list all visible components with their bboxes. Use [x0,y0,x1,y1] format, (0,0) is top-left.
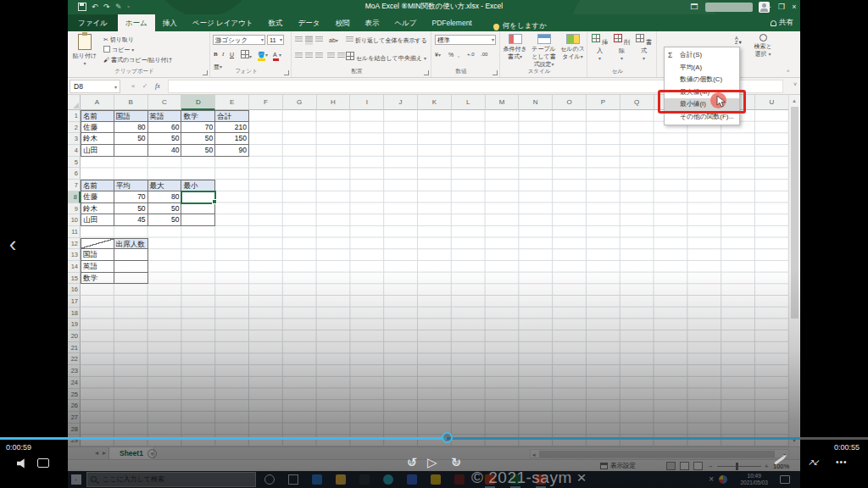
paste-button[interactable]: 貼り付け▾ [70,34,99,66]
align-bottom-icon[interactable] [315,36,323,45]
row-header-4[interactable]: 4 [68,145,81,157]
cell-B15[interactable] [114,273,148,285]
screen-recorder-icon[interactable] [536,474,546,485]
skip-back-button[interactable]: ↺10 [403,455,420,470]
column-header-E[interactable]: E [215,95,249,110]
sort-filter-icon[interactable]: AZ▼ [735,36,743,46]
orientation-button[interactable]: ab▾ [329,36,338,45]
format-as-table-button[interactable]: テーブルとして書式設定▾ [529,34,559,68]
column-header-U[interactable]: U [755,95,789,110]
comma-format-button[interactable]: , [458,50,459,59]
share-button[interactable]: 共有 [771,18,793,28]
cell-A1[interactable]: 名前 [81,110,114,122]
cell-A10[interactable]: 山田 [81,214,114,226]
cell-A12[interactable] [81,238,114,250]
column-header-F[interactable]: F [249,95,283,110]
store-icon[interactable] [359,474,370,485]
cell-B2[interactable]: 80 [114,122,148,134]
row-header-11[interactable]: 11 [68,226,81,238]
zoom-slider[interactable] [717,466,761,467]
previous-video-button[interactable]: ‹ [2,230,24,258]
row-header-26[interactable]: 26 [68,400,81,412]
column-header-L[interactable]: L [452,95,486,110]
normal-view-icon[interactable] [666,462,676,470]
worksheet[interactable]: ABCDEFGHIJKLMNOPQRSTU 123456789101112131… [68,95,800,446]
column-header-J[interactable]: J [384,95,418,110]
column-header-B[interactable]: B [114,95,148,110]
row-header-14[interactable]: 14 [68,261,81,273]
volume-icon[interactable] [17,458,29,469]
font-dialog-launcher-icon[interactable] [284,70,289,75]
tab-データ[interactable]: データ [290,14,327,31]
column-header-O[interactable]: O [553,95,587,110]
column-header-N[interactable]: N [519,95,553,110]
row-header-13[interactable]: 13 [68,249,81,261]
cell-styles-button[interactable]: セルのスタイル▾ [559,34,587,61]
page-layout-view-icon[interactable] [680,462,689,470]
app-yellow-icon[interactable] [431,474,441,485]
restore-button[interactable]: ❐ [776,0,787,14]
collapse-ribbon-icon[interactable]: ˄ [787,67,790,76]
photos-icon[interactable] [312,474,322,485]
conditional-formatting-button[interactable]: 条件付き書式▾ [501,34,529,61]
insert-function-icon[interactable]: fx [152,80,164,93]
name-box[interactable]: D8▾ [70,80,120,93]
close-button[interactable]: × [788,0,800,14]
cell-C10[interactable]: 50 [148,214,182,226]
cell-C3[interactable]: 50 [148,133,182,145]
progress-handle[interactable] [442,432,453,443]
align-right-icon[interactable] [315,52,323,61]
cell-E3[interactable]: 150 [215,133,249,145]
zoom-out-icon[interactable]: − [709,463,712,470]
ribbon-display-options-icon[interactable]: 🗖 [688,0,700,14]
row-header-3[interactable]: 3 [68,133,81,145]
row-header-24[interactable]: 24 [68,377,81,389]
row-header-6[interactable]: 6 [68,168,81,180]
page-break-view-icon[interactable] [693,462,703,470]
cell-D3[interactable]: 50 [181,133,215,145]
app-dark-icon[interactable] [454,474,465,485]
italic-button[interactable]: I [222,50,224,59]
cell-A7[interactable]: 名前 [81,180,114,191]
notification-center-icon[interactable] [780,475,790,484]
find-select-button[interactable]: 検索と選択 ▾ [748,34,777,58]
cell-B7[interactable]: 平均 [114,180,148,191]
cell-A13[interactable]: 国語 [81,249,114,261]
fill-color-button[interactable]: 🪣▾ [258,50,268,59]
row-header-8[interactable]: 8 [68,191,81,203]
tray-close-icon[interactable]: × [709,474,714,484]
cell-C8[interactable]: 80 [148,191,182,203]
font-family-select[interactable]: 游ゴシック▾ [213,35,265,45]
column-header-A[interactable]: A [81,95,114,110]
format-painter-button[interactable]: 🖌 書式のコピー/貼り付け [103,55,173,64]
menu-item-2[interactable]: 平均(A) [665,62,739,75]
more-options-icon[interactable]: ••• [836,458,848,467]
column-header-H[interactable]: H [317,95,351,110]
active-cell-selection[interactable] [181,191,216,204]
column-header-M[interactable]: M [486,95,520,110]
delete-cells-button[interactable]: 削除▾ [611,34,632,61]
caption-icon[interactable] [37,458,49,468]
alignment-dialog-launcher-icon[interactable] [424,70,429,75]
tray-app-icon[interactable] [719,475,727,484]
column-header-C[interactable]: C [148,95,182,110]
column-header-D[interactable]: D [181,95,215,110]
cell-D4[interactable]: 50 [181,145,215,157]
vertical-scrollbar[interactable]: ▲ ▼ [788,95,799,446]
sheet-nav-left-icon[interactable]: ◂ [95,449,98,457]
percent-format-button[interactable]: % [448,50,453,59]
cancel-icon[interactable]: × [127,80,139,93]
start-button[interactable] [71,474,81,485]
align-top-icon[interactable] [295,36,303,45]
cell-C7[interactable]: 最大 [148,180,182,191]
tab-ページ レイアウト[interactable]: ページ レイアウト [185,14,261,31]
bold-button[interactable]: B [214,50,218,59]
play-button[interactable]: ▷ [427,455,437,470]
cell-D2[interactable]: 70 [181,122,215,134]
video-frame[interactable]: ↶ ↷ ✎ ▾ MoA Excel ⑧MIN関数の使い方.xlsx - Exce… [68,0,800,488]
cell-B10[interactable]: 45 [114,214,148,226]
tab-数式[interactable]: 数式 [260,14,290,31]
cell-B13[interactable] [114,249,148,261]
powerpoint-icon[interactable] [485,474,495,485]
task-view-icon[interactable] [288,474,298,485]
